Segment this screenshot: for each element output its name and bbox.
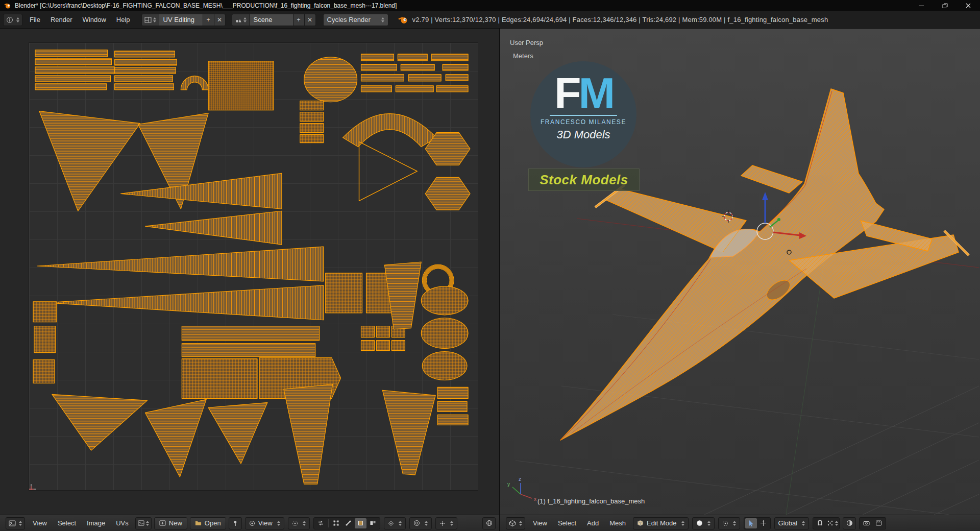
blender-app-icon <box>4 2 11 9</box>
scene-delete-button[interactable]: ✕ <box>305 14 316 26</box>
uv-menu-select[interactable]: Select <box>53 515 81 531</box>
uv-sync-select-toggle[interactable] <box>315 518 327 528</box>
normalized-display-toggle[interactable] <box>482 517 496 529</box>
maximize-icon <box>942 3 948 9</box>
screen-layout-browse-button[interactable] <box>141 14 159 26</box>
vp-menu-view[interactable]: View <box>528 515 552 531</box>
select-mode-face[interactable] <box>355 518 366 528</box>
mode-dropdown[interactable]: Edit Mode <box>633 517 689 529</box>
vp-menu-mesh[interactable]: Mesh <box>604 515 631 531</box>
dropdown-arrows-icon <box>802 521 805 526</box>
dropdown-arrows-icon <box>277 521 280 526</box>
uv-pivot-dropdown[interactable] <box>288 517 310 529</box>
viewport-3d-icon <box>509 520 516 527</box>
separator <box>328 519 329 527</box>
orientation-dropdown[interactable]: Global <box>774 517 810 529</box>
pin-image-button[interactable] <box>229 517 242 529</box>
opengl-render-image-button[interactable] <box>861 518 872 528</box>
snap-target-icon <box>439 520 446 526</box>
uv-menu-image[interactable]: Image <box>82 515 110 531</box>
scene-name[interactable]: Scene <box>250 14 293 26</box>
pivot-icon <box>722 520 728 526</box>
pivot-center-dropdown[interactable] <box>718 517 740 529</box>
screen-layout-name[interactable]: UV Editing <box>159 14 203 26</box>
snap-group <box>813 517 840 529</box>
magnet-icon <box>817 520 823 526</box>
manipulator-translate[interactable] <box>757 518 769 528</box>
island-select-icon <box>370 520 376 526</box>
close-button[interactable] <box>957 0 980 11</box>
uv-mode-dropdown[interactable]: View <box>245 517 284 529</box>
uv-editor-type-button[interactable] <box>6 517 25 529</box>
logo-name: FRANCESCO MILANESE <box>530 118 636 126</box>
screen-layout-delete-button[interactable]: ✕ <box>214 14 226 26</box>
axis-label-z: z <box>519 476 521 482</box>
minimize-button[interactable] <box>910 0 933 11</box>
snap-toggle[interactable] <box>814 518 826 528</box>
open-image-label: Open <box>205 519 221 527</box>
info-editor-icon <box>6 16 13 23</box>
dropdown-arrows-icon <box>681 521 684 526</box>
folder-icon <box>195 520 202 526</box>
dropdown-arrows-icon <box>303 521 306 526</box>
new-image-button[interactable]: New <box>154 517 187 529</box>
logo-tagline: 3D Models <box>530 128 636 141</box>
uv-islands <box>29 43 478 490</box>
dropdown-arrows-icon <box>146 521 149 526</box>
uv-2d-cursor <box>29 484 36 490</box>
browse-image-button[interactable] <box>135 517 152 529</box>
dropdown-arrows-icon <box>450 521 453 526</box>
manipulator-group <box>744 517 771 529</box>
uv-canvas[interactable] <box>29 42 478 491</box>
proportional-edit-dropdown[interactable] <box>409 517 432 529</box>
logo-letter-m: M <box>578 68 612 117</box>
open-image-button[interactable]: Open <box>190 517 226 529</box>
dropdown-arrows-icon <box>381 17 384 22</box>
main-area: View Select Image UVs New <box>0 29 980 531</box>
viewport-editor-type-button[interactable] <box>506 517 525 529</box>
new-image-label: New <box>169 519 182 527</box>
translate-axis-icon <box>760 520 767 526</box>
menu-help[interactable]: Help <box>111 12 135 28</box>
uv-menu-uvs[interactable]: UVs <box>111 515 134 531</box>
snap-element-dropdown[interactable] <box>826 518 838 528</box>
vp-menu-add[interactable]: Add <box>582 515 604 531</box>
select-mode-island[interactable] <box>367 518 379 528</box>
screen-layout-selector: UV Editing + ✕ <box>141 14 226 26</box>
dropdown-arrows-icon <box>425 521 428 526</box>
uv-menu-view[interactable]: View <box>28 515 52 531</box>
select-mode-edge[interactable] <box>342 518 354 528</box>
object-info-label: (1) f_16_fighting_falcon_base_mesh <box>537 497 645 505</box>
stock-models-badge: Stock Models <box>528 168 640 191</box>
occlude-geometry-toggle[interactable] <box>843 517 856 529</box>
uv-snap-dropdown[interactable] <box>435 517 457 529</box>
menu-file[interactable]: File <box>24 12 45 28</box>
viewport-header: View Select Add Mesh Edit Mode <box>500 515 980 531</box>
dropdown-arrows-icon <box>733 521 736 526</box>
fm-logo: FM FRANCESCO MILANESE 3D Models <box>530 61 636 167</box>
menu-window[interactable]: Window <box>78 12 111 28</box>
opengl-render-group <box>859 517 886 529</box>
viewport-3d[interactable]: x y z User Persp Meters FM FRANCESCO MIL… <box>500 29 980 531</box>
sticky-select-dropdown[interactable] <box>384 517 406 529</box>
screen-layout-add-button[interactable]: + <box>203 14 214 26</box>
snap-increment-icon <box>827 520 834 526</box>
scene-add-button[interactable]: + <box>293 14 305 26</box>
units-label: Meters <box>513 52 533 60</box>
viewport-shading-dropdown[interactable] <box>692 517 715 529</box>
info-editor-type-button[interactable] <box>3 14 22 26</box>
scene-selector: Scene + ✕ <box>232 14 316 26</box>
render-engine-dropdown[interactable]: Cycles Render <box>323 14 388 26</box>
image-editor-icon <box>9 520 16 527</box>
axis-label-x: x <box>534 496 536 502</box>
maximize-button[interactable] <box>933 0 957 11</box>
vp-menu-select[interactable]: Select <box>553 515 581 531</box>
manipulator-toggle[interactable] <box>745 518 757 528</box>
globe-icon <box>486 520 493 526</box>
opengl-render-anim-button[interactable] <box>873 518 885 528</box>
uv-image-editor[interactable]: View Select Image UVs New <box>0 29 499 531</box>
scene-browse-button[interactable] <box>232 14 250 26</box>
select-mode-vertex[interactable] <box>330 518 342 528</box>
menu-render[interactable]: Render <box>45 12 78 28</box>
render-camera-icon <box>863 520 870 526</box>
